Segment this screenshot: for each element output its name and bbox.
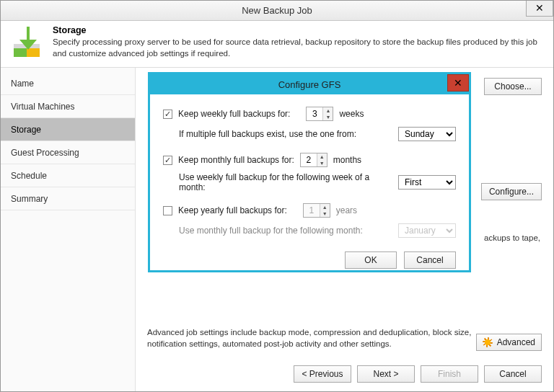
header-subtitle: Specify processing proxy server to be us…	[53, 37, 537, 58]
configure-gfs-dialog: Configure GFS ✕ Keep weekly full backups…	[148, 72, 471, 272]
spinner-up-icon: ▲	[320, 204, 330, 210]
window-close-button[interactable]: ✕	[526, 1, 553, 17]
weekly-checkbox[interactable]	[163, 110, 172, 119]
weekly-spinner[interactable]: ▲▼	[306, 107, 333, 121]
step-name[interactable]: Name	[1, 72, 135, 95]
step-storage[interactable]: Storage	[1, 118, 135, 141]
monthly-label: Keep monthly full backups for:	[178, 155, 294, 165]
advanced-button[interactable]: Advanced	[476, 334, 542, 351]
header-title: Storage	[53, 25, 545, 35]
yearly-spinner: ▲▼	[303, 203, 330, 218]
monthly-sub-label: Use weekly full backup for the following…	[179, 172, 392, 192]
dialog-body: Keep weekly full backups for: ▲▼ weeks I…	[150, 94, 469, 251]
monthly-week-select[interactable]: First	[398, 175, 456, 190]
step-virtual-machines[interactable]: Virtual Machines	[1, 95, 135, 118]
spinner-down-icon[interactable]: ▼	[323, 114, 333, 120]
next-button[interactable]: Next >	[357, 365, 415, 383]
weekly-unit: weeks	[339, 109, 364, 119]
gear-icon	[483, 337, 493, 347]
monthly-checkbox[interactable]	[163, 156, 172, 165]
finish-button: Finish	[421, 365, 478, 383]
wizard-footer-buttons: < Previous Next > Finish Cancel	[294, 365, 542, 383]
yearly-unit: years	[336, 205, 357, 215]
yearly-sub-label: Use monthly full backup for the followin…	[179, 226, 392, 236]
weekly-day-select[interactable]: Sunday	[398, 127, 456, 141]
weekly-label: Keep weekly full backups for:	[178, 109, 290, 119]
weekly-sub-label: If multiple full backups exist, use the …	[179, 129, 392, 139]
configure-button[interactable]: Configure...	[481, 183, 542, 200]
header-text: Storage Specify processing proxy server …	[53, 25, 545, 60]
dialog-ok-button[interactable]: OK	[345, 251, 397, 269]
svg-rect-1	[27, 48, 40, 57]
dialog-title: Configure GFS	[278, 79, 341, 90]
yearly-month-select: January	[398, 223, 456, 238]
step-guest-processing[interactable]: Guest Processing	[1, 141, 135, 164]
yearly-checkbox[interactable]	[163, 206, 172, 215]
dialog-buttons: OK Cancel	[150, 251, 469, 279]
storage-icon	[9, 25, 44, 60]
step-schedule[interactable]: Schedule	[1, 164, 135, 187]
advanced-description: Advanced job settings include backup mod…	[147, 326, 486, 349]
step-summary[interactable]: Summary	[1, 187, 135, 210]
spinner-down-icon[interactable]: ▼	[317, 160, 327, 166]
cancel-button[interactable]: Cancel	[484, 365, 542, 383]
spinner-up-icon[interactable]: ▲	[317, 153, 327, 160]
svg-rect-0	[14, 48, 27, 57]
dialog-titlebar: Configure GFS ✕	[150, 74, 469, 94]
titlebar: New Backup Job ✕	[1, 1, 553, 21]
window-title: New Backup Job	[242, 5, 312, 16]
advanced-button-label: Advanced	[497, 337, 535, 347]
wizard-sidebar: Name Virtual Machines Storage Guest Proc…	[1, 68, 136, 391]
dialog-cancel-button[interactable]: Cancel	[404, 251, 456, 269]
spinner-up-icon[interactable]: ▲	[323, 107, 333, 114]
weekly-value[interactable]	[307, 107, 322, 120]
monthly-unit: months	[333, 155, 361, 165]
choose-button[interactable]: Choose...	[484, 78, 542, 95]
yearly-label: Keep yearly full backups for:	[178, 205, 287, 215]
wizard-header: Storage Specify processing proxy server …	[1, 21, 553, 68]
tape-text-fragment: ackups to tape,	[484, 233, 542, 242]
monthly-value[interactable]	[301, 153, 317, 166]
dialog-close-button[interactable]: ✕	[447, 74, 469, 92]
spinner-down-icon: ▼	[320, 210, 330, 217]
monthly-spinner[interactable]: ▲▼	[300, 153, 327, 167]
yearly-value	[304, 204, 320, 217]
previous-button[interactable]: < Previous	[294, 365, 351, 383]
